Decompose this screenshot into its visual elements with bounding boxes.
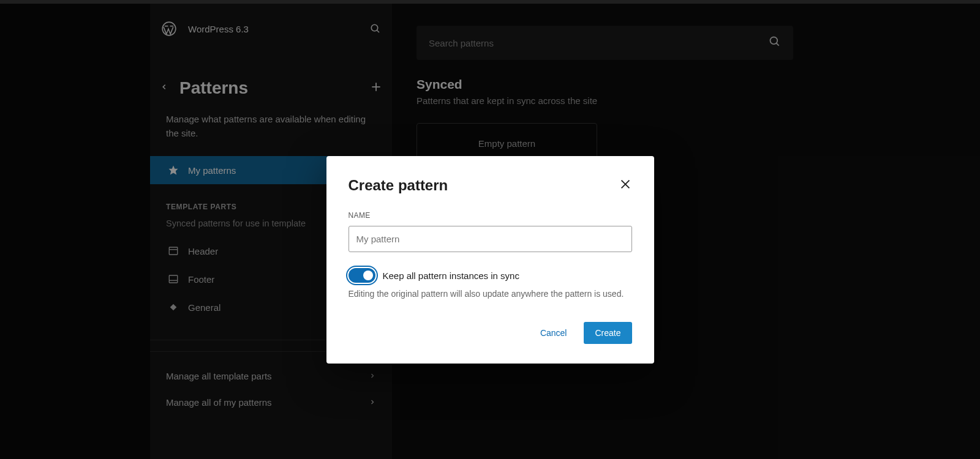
sync-toggle-description: Editing the original pattern will also u…: [349, 289, 632, 299]
close-button[interactable]: [619, 177, 632, 193]
sync-toggle-row: Keep all pattern instances in sync: [349, 268, 632, 283]
modal-header: Create pattern: [349, 177, 632, 194]
pattern-name-input[interactable]: [349, 226, 632, 252]
modal-backdrop[interactable]: Create pattern NAME Keep all pattern ins…: [0, 0, 980, 459]
sync-toggle[interactable]: [349, 268, 375, 283]
sync-toggle-label: Keep all pattern instances in sync: [383, 271, 519, 281]
name-field-label: NAME: [349, 211, 632, 220]
modal-actions: Cancel Create: [349, 322, 632, 344]
cancel-button[interactable]: Cancel: [529, 322, 578, 344]
toggle-knob: [363, 271, 373, 280]
create-button[interactable]: Create: [584, 322, 631, 344]
create-pattern-modal: Create pattern NAME Keep all pattern ins…: [326, 156, 654, 364]
modal-title: Create pattern: [349, 177, 448, 194]
